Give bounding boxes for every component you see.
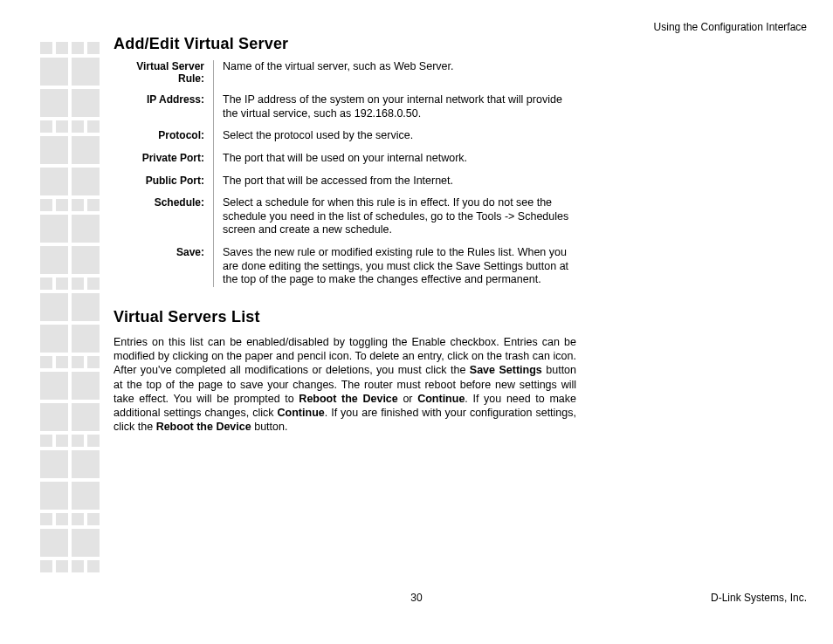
bold-reboot-device: Reboot the Device [299,393,397,405]
bold-reboot-device: Reboot the Device [156,421,251,433]
decorative-sidebar [40,42,100,576]
heading-virtual-servers-list: Virtual Servers List [114,308,576,326]
body-paragraph: Entries on this list can be enabled/disa… [114,335,576,435]
bold-continue: Continue [278,407,325,419]
def-term: Protocol: [114,129,214,152]
def-row-public-port: Public Port: The port that will be acces… [114,175,576,197]
def-desc: Name of the virtual server, such as Web … [214,60,576,93]
def-term: Private Port: [114,152,214,175]
content-area: Add/Edit Virtual Server Virtual Server R… [114,35,576,435]
body-text: or [398,393,417,405]
def-desc: Select the protocol used by the service. [214,129,576,152]
company-name: D-Link Systems, Inc. [711,592,807,604]
def-term: Schedule: [114,196,214,246]
heading-add-edit-virtual-server: Add/Edit Virtual Server [114,35,576,53]
def-term: Virtual Server Rule: [114,60,214,93]
body-text: button. [251,421,288,433]
def-desc: Select a schedule for when this rule is … [214,196,576,246]
header-context-label: Using the Configuration Interface [654,21,807,33]
bold-save-settings: Save Settings [470,364,542,376]
def-desc: Saves the new rule or modified existing … [214,246,576,287]
def-term: Save: [114,246,214,287]
def-desc: The IP address of the system on your int… [214,93,576,129]
page-number: 30 [0,592,833,604]
def-row-virtual-server-rule: Virtual Server Rule: Name of the virtual… [114,60,576,93]
bold-continue: Continue [417,393,465,405]
def-term: IP Address: [114,93,214,129]
def-row-schedule: Schedule: Select a schedule for when thi… [114,196,576,246]
def-desc: The port that will be used on your inter… [214,152,576,175]
page: Using the Configuration Interface Add/Ed… [0,0,833,644]
def-desc: The port that will be accessed from the … [214,175,576,197]
def-term: Public Port: [114,175,214,197]
def-row-protocol: Protocol: Select the protocol used by th… [114,129,576,152]
def-row-private-port: Private Port: The port that will be used… [114,152,576,175]
def-row-save: Save: Saves the new rule or modified exi… [114,246,576,287]
definition-list: Virtual Server Rule: Name of the virtual… [114,60,576,287]
def-row-ip-address: IP Address: The IP address of the system… [114,93,576,129]
